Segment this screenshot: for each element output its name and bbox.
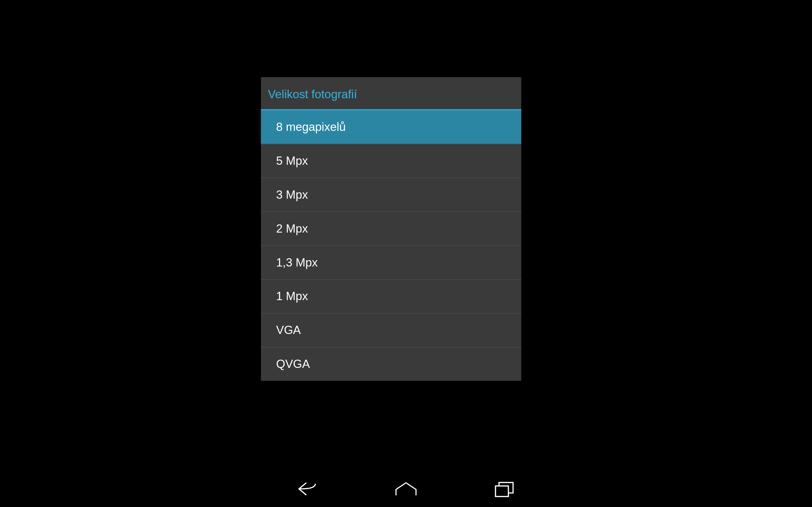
nav-bar: [0, 471, 812, 507]
recent-apps-button[interactable]: [493, 478, 515, 500]
photo-size-dialog: Velikost fotografií 8 megapixelů5 Mpx3 M…: [261, 77, 521, 381]
svg-rect-0: [496, 486, 508, 497]
home-button[interactable]: [395, 478, 417, 500]
home-icon: [395, 481, 417, 497]
option-item[interactable]: 3 Mpx: [261, 178, 521, 212]
option-item[interactable]: QVGA: [261, 348, 521, 381]
option-item[interactable]: 8 megapixelů: [261, 110, 521, 144]
option-item[interactable]: VGA: [261, 314, 521, 348]
option-item[interactable]: 1 Mpx: [261, 280, 521, 314]
dialog-title: Velikost fotografií: [261, 77, 521, 109]
back-button[interactable]: [297, 478, 319, 500]
recent-apps-icon: [495, 480, 514, 498]
options-list: 8 megapixelů5 Mpx3 Mpx2 Mpx1,3 Mpx1 MpxV…: [261, 110, 521, 381]
back-icon: [298, 481, 318, 497]
option-item[interactable]: 1,3 Mpx: [261, 246, 521, 280]
option-item[interactable]: 5 Mpx: [261, 144, 521, 178]
option-item[interactable]: 2 Mpx: [261, 212, 521, 246]
